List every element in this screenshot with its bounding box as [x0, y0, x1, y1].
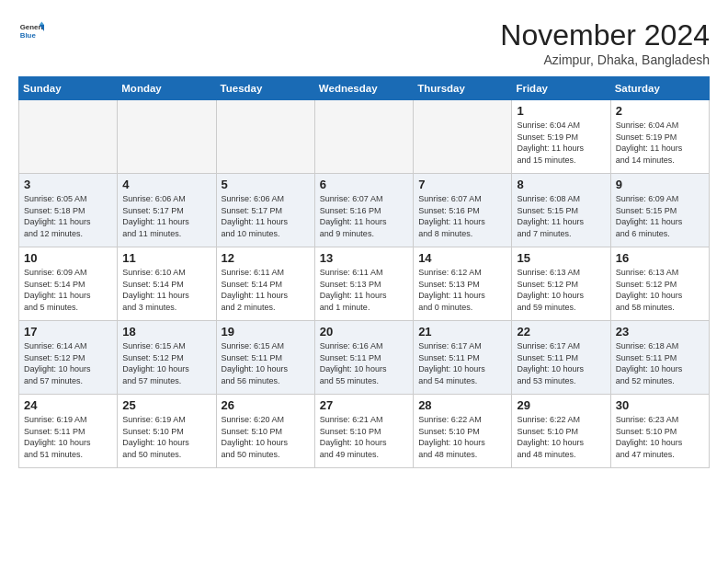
- location: Azimpur, Dhaka, Bangladesh: [500, 52, 710, 67]
- weekday-header-saturday: Saturday: [610, 77, 709, 100]
- day-info: Sunrise: 6:19 AM Sunset: 5:10 PM Dayligh…: [122, 415, 189, 459]
- calendar-day-cell: 17Sunrise: 6:14 AM Sunset: 5:12 PM Dayli…: [19, 321, 118, 395]
- day-number: 7: [418, 178, 506, 191]
- calendar-day-cell: 24Sunrise: 6:19 AM Sunset: 5:11 PM Dayli…: [19, 395, 118, 468]
- calendar-day-cell: 1Sunrise: 6:04 AM Sunset: 5:19 PM Daylig…: [512, 100, 610, 174]
- day-number: 3: [24, 178, 112, 191]
- weekday-header-tuesday: Tuesday: [216, 77, 314, 100]
- day-info: Sunrise: 6:09 AM Sunset: 5:15 PM Dayligh…: [616, 194, 683, 238]
- calendar-day-cell: 12Sunrise: 6:11 AM Sunset: 5:14 PM Dayli…: [216, 247, 314, 321]
- calendar-day-cell: 28Sunrise: 6:22 AM Sunset: 5:10 PM Dayli…: [414, 395, 512, 468]
- day-info: Sunrise: 6:13 AM Sunset: 5:12 PM Dayligh…: [616, 268, 683, 312]
- day-info: Sunrise: 6:17 AM Sunset: 5:11 PM Dayligh…: [418, 341, 485, 385]
- day-number: 6: [320, 178, 408, 191]
- calendar-day-cell: 26Sunrise: 6:20 AM Sunset: 5:10 PM Dayli…: [216, 395, 314, 468]
- day-info: Sunrise: 6:10 AM Sunset: 5:14 PM Dayligh…: [122, 268, 189, 312]
- page-header: General Blue November 2024 Azimpur, Dhak…: [18, 18, 710, 67]
- day-number: 20: [320, 325, 408, 339]
- day-number: 15: [517, 251, 605, 265]
- weekday-header-friday: Friday: [512, 77, 610, 100]
- day-number: 1: [517, 104, 605, 118]
- calendar-day-cell: [19, 100, 118, 174]
- day-number: 29: [517, 398, 605, 412]
- weekday-header-thursday: Thursday: [414, 77, 512, 100]
- day-number: 28: [418, 398, 506, 412]
- calendar-day-cell: 7Sunrise: 6:07 AM Sunset: 5:16 PM Daylig…: [414, 174, 512, 247]
- calendar-day-cell: [216, 100, 314, 174]
- day-info: Sunrise: 6:16 AM Sunset: 5:11 PM Dayligh…: [320, 341, 387, 385]
- day-info: Sunrise: 6:14 AM Sunset: 5:12 PM Dayligh…: [24, 341, 91, 385]
- calendar-day-cell: 30Sunrise: 6:23 AM Sunset: 5:10 PM Dayli…: [610, 395, 709, 468]
- day-number: 2: [616, 104, 704, 118]
- calendar-day-cell: [314, 100, 413, 174]
- day-number: 16: [616, 251, 704, 265]
- weekday-header-row: SundayMondayTuesdayWednesdayThursdayFrid…: [19, 77, 710, 100]
- calendar-week-row: 24Sunrise: 6:19 AM Sunset: 5:11 PM Dayli…: [19, 395, 710, 468]
- calendar-day-cell: 21Sunrise: 6:17 AM Sunset: 5:11 PM Dayli…: [414, 321, 512, 395]
- day-info: Sunrise: 6:22 AM Sunset: 5:10 PM Dayligh…: [517, 415, 584, 459]
- day-number: 21: [418, 325, 506, 339]
- calendar-table: SundayMondayTuesdayWednesdayThursdayFrid…: [18, 76, 710, 468]
- weekday-header-monday: Monday: [118, 77, 216, 100]
- day-info: Sunrise: 6:11 AM Sunset: 5:13 PM Dayligh…: [320, 268, 387, 312]
- month-title: November 2024: [500, 18, 710, 52]
- day-info: Sunrise: 6:19 AM Sunset: 5:11 PM Dayligh…: [24, 415, 91, 459]
- calendar-day-cell: 16Sunrise: 6:13 AM Sunset: 5:12 PM Dayli…: [610, 247, 709, 321]
- calendar-day-cell: 23Sunrise: 6:18 AM Sunset: 5:11 PM Dayli…: [610, 321, 709, 395]
- day-number: 12: [222, 251, 310, 265]
- day-number: 24: [24, 398, 112, 412]
- day-info: Sunrise: 6:07 AM Sunset: 5:16 PM Dayligh…: [320, 194, 387, 238]
- day-info: Sunrise: 6:06 AM Sunset: 5:17 PM Dayligh…: [222, 194, 289, 238]
- calendar-day-cell: 13Sunrise: 6:11 AM Sunset: 5:13 PM Dayli…: [314, 247, 413, 321]
- svg-text:Blue: Blue: [20, 31, 37, 40]
- day-number: 8: [517, 178, 605, 191]
- day-info: Sunrise: 6:07 AM Sunset: 5:16 PM Dayligh…: [418, 194, 485, 238]
- calendar-day-cell: 5Sunrise: 6:06 AM Sunset: 5:17 PM Daylig…: [216, 174, 314, 247]
- calendar-day-cell: 3Sunrise: 6:05 AM Sunset: 5:18 PM Daylig…: [19, 174, 118, 247]
- day-number: 14: [418, 251, 506, 265]
- day-info: Sunrise: 6:21 AM Sunset: 5:10 PM Dayligh…: [320, 415, 387, 459]
- day-info: Sunrise: 6:22 AM Sunset: 5:10 PM Dayligh…: [418, 415, 485, 459]
- weekday-header-wednesday: Wednesday: [314, 77, 413, 100]
- day-info: Sunrise: 6:23 AM Sunset: 5:10 PM Dayligh…: [616, 415, 683, 459]
- day-info: Sunrise: 6:11 AM Sunset: 5:14 PM Dayligh…: [222, 268, 289, 312]
- day-number: 10: [24, 251, 112, 265]
- day-number: 30: [616, 398, 704, 412]
- day-info: Sunrise: 6:09 AM Sunset: 5:14 PM Dayligh…: [24, 268, 91, 312]
- day-info: Sunrise: 6:20 AM Sunset: 5:10 PM Dayligh…: [222, 415, 289, 459]
- day-number: 26: [222, 398, 310, 412]
- day-number: 13: [320, 251, 408, 265]
- day-info: Sunrise: 6:05 AM Sunset: 5:18 PM Dayligh…: [24, 194, 91, 238]
- calendar-week-row: 1Sunrise: 6:04 AM Sunset: 5:19 PM Daylig…: [19, 100, 710, 174]
- day-info: Sunrise: 6:04 AM Sunset: 5:19 PM Dayligh…: [517, 121, 584, 165]
- calendar-day-cell: 11Sunrise: 6:10 AM Sunset: 5:14 PM Dayli…: [118, 247, 216, 321]
- calendar-day-cell: 18Sunrise: 6:15 AM Sunset: 5:12 PM Dayli…: [118, 321, 216, 395]
- calendar-day-cell: 20Sunrise: 6:16 AM Sunset: 5:11 PM Dayli…: [314, 321, 413, 395]
- calendar-day-cell: [414, 100, 512, 174]
- day-number: 4: [122, 178, 210, 191]
- day-info: Sunrise: 6:08 AM Sunset: 5:15 PM Dayligh…: [517, 194, 584, 238]
- weekday-header-sunday: Sunday: [19, 77, 118, 100]
- logo-icon: General Blue: [18, 18, 44, 44]
- day-info: Sunrise: 6:06 AM Sunset: 5:17 PM Dayligh…: [122, 194, 189, 238]
- calendar-day-cell: 10Sunrise: 6:09 AM Sunset: 5:14 PM Dayli…: [19, 247, 118, 321]
- day-info: Sunrise: 6:12 AM Sunset: 5:13 PM Dayligh…: [418, 268, 485, 312]
- day-number: 27: [320, 398, 408, 412]
- calendar-day-cell: 22Sunrise: 6:17 AM Sunset: 5:11 PM Dayli…: [512, 321, 610, 395]
- day-number: 9: [616, 178, 704, 191]
- day-number: 25: [122, 398, 210, 412]
- calendar-day-cell: 8Sunrise: 6:08 AM Sunset: 5:15 PM Daylig…: [512, 174, 610, 247]
- calendar-day-cell: 15Sunrise: 6:13 AM Sunset: 5:12 PM Dayli…: [512, 247, 610, 321]
- day-info: Sunrise: 6:17 AM Sunset: 5:11 PM Dayligh…: [517, 341, 584, 385]
- calendar-week-row: 17Sunrise: 6:14 AM Sunset: 5:12 PM Dayli…: [19, 321, 710, 395]
- calendar-day-cell: 9Sunrise: 6:09 AM Sunset: 5:15 PM Daylig…: [610, 174, 709, 247]
- day-info: Sunrise: 6:04 AM Sunset: 5:19 PM Dayligh…: [616, 121, 683, 165]
- calendar-day-cell: 14Sunrise: 6:12 AM Sunset: 5:13 PM Dayli…: [414, 247, 512, 321]
- calendar-day-cell: 27Sunrise: 6:21 AM Sunset: 5:10 PM Dayli…: [314, 395, 413, 468]
- calendar-week-row: 3Sunrise: 6:05 AM Sunset: 5:18 PM Daylig…: [19, 174, 710, 247]
- calendar-day-cell: 19Sunrise: 6:15 AM Sunset: 5:11 PM Dayli…: [216, 321, 314, 395]
- day-number: 22: [517, 325, 605, 339]
- day-number: 19: [222, 325, 310, 339]
- day-number: 18: [122, 325, 210, 339]
- day-number: 11: [122, 251, 210, 265]
